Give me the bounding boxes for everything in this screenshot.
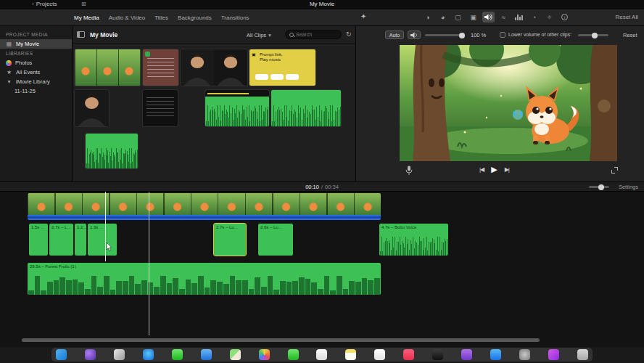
enhance-wand-icon[interactable]: ✦ (360, 12, 366, 20)
fullscreen-icon[interactable] (611, 167, 618, 174)
timeline-video-audio-bar[interactable] (28, 215, 381, 220)
search-input[interactable] (296, 32, 337, 37)
clip-label: 1.3s … (90, 225, 104, 229)
timeline-audio-clip-1[interactable]: 1.5s … (29, 224, 48, 256)
dock-icon-finder[interactable] (56, 349, 67, 360)
voiceover-mic-button[interactable] (405, 166, 413, 177)
mute-button[interactable] (408, 30, 421, 39)
timeline-audio-clip-6[interactable]: 2.6s – Lu… (258, 224, 293, 256)
reset-all-button[interactable]: Reset All (615, 14, 638, 20)
lower-volume-checkbox[interactable] (500, 32, 505, 38)
timeline-audio-clip-2[interactable]: 2.7s – L… (49, 224, 73, 256)
dock-icon-notes[interactable] (345, 349, 356, 360)
sidebar-item-my-movie[interactable]: ▦ My Movie (0, 39, 72, 49)
horizontal-scrollbar[interactable] (22, 338, 540, 342)
stabilization-icon[interactable]: ▣ (467, 12, 479, 23)
prompt-line-2: Play music (260, 57, 281, 62)
imovie-window: ‹ Projects ⊞ My Movie My Media Audio & V… (0, 0, 644, 363)
speaker-icon (410, 32, 418, 38)
dock-icon-launchpad[interactable] (114, 349, 125, 360)
color-balance-icon[interactable]: ◑ (421, 12, 434, 23)
speed-icon[interactable]: ◔ (528, 12, 540, 23)
timeline-audio-clip-voice[interactable]: 4.7s – Bobo Voice (379, 224, 448, 256)
play-button[interactable]: ▶ (491, 165, 497, 174)
sidebar-item-label: 11-11-25 (15, 88, 36, 94)
refresh-icon[interactable]: ↻ (346, 30, 352, 38)
volume-slider-knob[interactable] (459, 33, 465, 38)
eq-bars-icon (515, 15, 523, 20)
sidebar-toggle-icon[interactable] (77, 31, 85, 38)
transport-controls: |◀ ▶ ▶| (356, 164, 644, 179)
lower-volume-slider-knob[interactable] (592, 33, 598, 38)
clip-thumbnail-script-notes[interactable] (143, 49, 178, 86)
noise-reduction-icon[interactable]: ≈ (498, 12, 510, 23)
clip-thumbnail-fox-filmstrip[interactable] (75, 49, 141, 86)
dock-icon-trash[interactable] (577, 349, 588, 360)
dock-icon-app-store[interactable] (490, 349, 501, 360)
timeline-music-clip[interactable]: 29.5s – Forest Frolic (1) (28, 263, 381, 295)
titlebar: ‹ Projects ⊞ My Movie (0, 0, 644, 9)
chevron-down-icon: ▾ (6, 78, 12, 85)
timeline-audio-clip-4[interactable]: 1.3s … (88, 224, 117, 256)
sidebar-item-imovie-library[interactable]: ▾ iMovie Library (0, 77, 72, 86)
timeline-audio-clip-3[interactable]: 1.2… (75, 224, 86, 256)
sidebar-item-photos[interactable]: Photos (0, 58, 72, 68)
sidebar-item-all-events[interactable]: ★ All Events (0, 68, 72, 77)
media-browser: My Movie All Clips ▾ ↻ ▣ (73, 26, 355, 182)
prompt-line-1: Prompt link, (260, 52, 283, 57)
dock-icon-music[interactable] (403, 349, 414, 360)
dock-icon-safari[interactable] (143, 349, 154, 360)
clip-thumbnail-screen-recording[interactable] (143, 90, 178, 126)
dock-icon-calendar[interactable] (316, 349, 327, 360)
tab-audio-video[interactable]: Audio & Video (109, 15, 146, 21)
tab-transitions[interactable]: Transitions (221, 15, 249, 21)
clip-thumbnail-audio-titled[interactable] (205, 90, 269, 126)
timeline-audio-clip-5-selected[interactable]: 2.7s – Lu… (214, 224, 246, 256)
clips-filter-dropdown[interactable]: All Clips ▾ (247, 32, 271, 38)
auto-button[interactable]: Auto (385, 30, 404, 39)
timeline-header: 00:10 / 00:34 (0, 182, 644, 192)
waveform (379, 236, 448, 256)
volume-slider[interactable] (425, 34, 465, 36)
dock-icon-mail[interactable] (201, 349, 212, 360)
skip-forward-button[interactable]: ▶| (505, 166, 509, 173)
sidebar-item-event-date[interactable]: 11-11-25 (0, 86, 72, 96)
dock-icon-messages[interactable] (172, 349, 183, 360)
tab-backgrounds[interactable]: Backgrounds (178, 15, 212, 21)
timeline-zoom-knob[interactable] (598, 184, 604, 190)
clip-thumbnail-audio[interactable] (271, 90, 341, 126)
dock-icon-facetime[interactable] (288, 349, 299, 360)
dock-icon-tv[interactable] (432, 349, 443, 360)
reset-button[interactable]: Reset (623, 32, 637, 38)
info-icon[interactable]: i (558, 12, 571, 23)
timeline-settings-button[interactable]: Settings (619, 184, 638, 190)
preview-viewer[interactable] (400, 45, 617, 161)
window-title: My Movie (0, 1, 644, 7)
effects-icon[interactable]: ✧ (543, 12, 556, 23)
clip-thumbnail-webcam[interactable] (75, 90, 109, 126)
dock-icon-maps[interactable] (230, 349, 241, 360)
crop-icon[interactable]: ▢ (452, 12, 464, 23)
playhead-line[interactable] (149, 192, 149, 335)
clip-thumbnail-prompt-card[interactable]: ▣ Prompt link, Play music (249, 49, 315, 86)
volume-icon[interactable] (482, 12, 495, 23)
dock-icon-settings[interactable] (519, 349, 530, 360)
sidebar-item-label: iMovie Library (16, 78, 50, 85)
tab-titles[interactable]: Titles (154, 15, 168, 21)
skip-back-button[interactable]: |◀ (479, 166, 484, 173)
equalizer-icon[interactable] (513, 12, 525, 23)
dock-icon-siri[interactable] (85, 349, 96, 360)
dock-icon-imovie[interactable] (548, 349, 559, 360)
lower-volume-slider[interactable] (578, 34, 608, 36)
timeline-zoom-slider[interactable] (589, 186, 609, 188)
color-correction-icon[interactable]: ◕ (437, 12, 449, 23)
timeline[interactable]: 1.5s … 2.7s – L… 1.2… 1.3s … 2.7s – Lu… … (0, 192, 644, 347)
chevron-down-icon: ▾ (268, 32, 271, 38)
dock-icon-photos[interactable] (259, 349, 270, 360)
tab-my-media[interactable]: My Media (74, 15, 99, 21)
clip-thumbnail-audio-2[interactable] (86, 134, 138, 168)
dock-icon-reminders[interactable] (374, 349, 385, 360)
timeline-video-clip[interactable] (28, 193, 381, 215)
clip-thumbnail-webcam-wide[interactable] (181, 49, 247, 86)
dock-icon-podcasts[interactable] (461, 349, 472, 360)
